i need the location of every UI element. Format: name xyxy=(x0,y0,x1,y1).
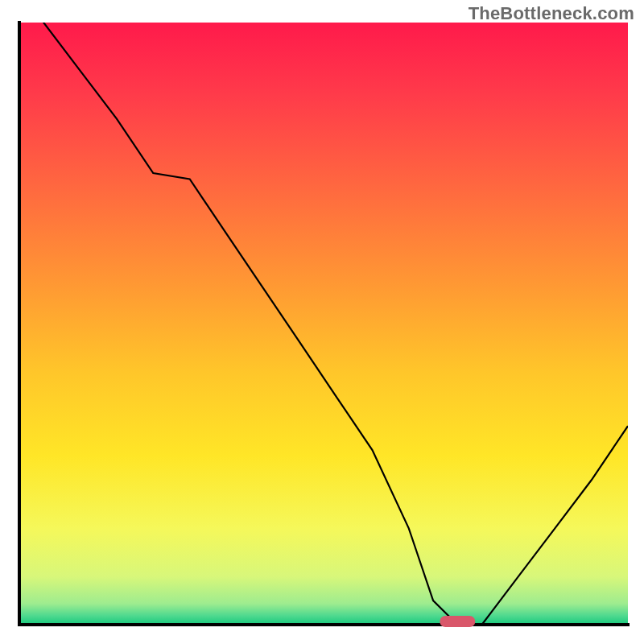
optimal-point-marker xyxy=(440,616,475,627)
watermark-label: TheBottleneck.com xyxy=(469,3,634,24)
gradient-background xyxy=(19,23,628,625)
chart-svg xyxy=(0,0,644,644)
bottleneck-chart: TheBottleneck.com xyxy=(0,0,644,644)
